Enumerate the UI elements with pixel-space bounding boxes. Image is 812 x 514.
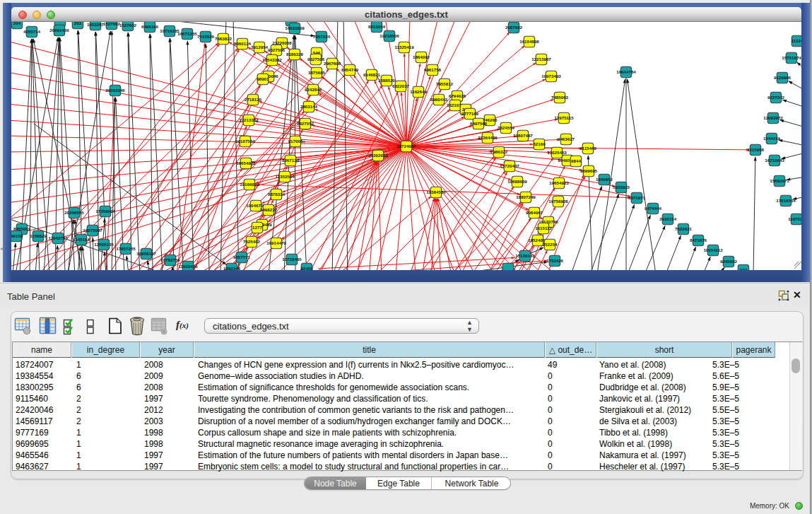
svg-text:6794028: 6794028 [449,93,466,98]
svg-text:6466160: 6466160 [141,24,159,29]
svg-text:10688609: 10688609 [507,179,527,184]
svg-text:7485063: 7485063 [551,95,569,100]
svg-text:1244419: 1244419 [763,136,781,141]
svg-text:7857224: 7857224 [313,34,331,39]
svg-text:6961758: 6961758 [424,67,442,72]
svg-text:19654925: 19654925 [236,160,256,165]
svg-text:10654112: 10654112 [703,247,723,252]
svg-text:2935114: 2935114 [659,216,676,221]
svg-text:9699695: 9699695 [580,168,598,173]
svg-text:1145114: 1145114 [73,237,90,242]
svg-text:917006: 917006 [288,139,303,144]
svg-text:10543362: 10543362 [262,57,282,62]
svg-text:1292344: 1292344 [223,266,241,270]
svg-text:9227342: 9227342 [767,95,785,100]
svg-text:19654923: 19654923 [549,180,569,185]
svg-text:11353594: 11353594 [275,174,295,179]
svg-text:11923446: 11923446 [178,264,198,269]
svg-text:7632621: 7632621 [675,226,693,231]
svg-text:10958107: 10958107 [136,251,156,256]
svg-text:16210643: 16210643 [765,158,784,163]
svg-text:17957255: 17957255 [116,246,136,251]
svg-text:12093872: 12093872 [763,115,783,120]
svg-text:19166829: 19166829 [240,182,259,187]
svg-text:15136141: 15136141 [515,253,535,258]
svg-text:15716465: 15716465 [282,257,302,262]
svg-text:2967608: 2967608 [324,61,341,66]
svg-text:1588520: 1588520 [378,78,396,83]
svg-text:8427552: 8427552 [297,121,314,126]
svg-text:6871971: 6871971 [628,195,646,200]
svg-text:12942757: 12942757 [48,235,68,240]
svg-text:1156829: 1156829 [30,233,47,238]
svg-text:10025453: 10025453 [547,150,567,155]
svg-text:16914479: 16914479 [266,240,286,245]
svg-text:9084067: 9084067 [526,210,543,215]
svg-text:1733426: 1733426 [546,258,564,263]
svg-text:1653267: 1653267 [87,22,105,27]
svg-text:10975667: 10975667 [83,228,102,233]
svg-text:9245652: 9245652 [720,259,738,264]
svg-text:10807487: 10807487 [513,133,533,138]
svg-text:8990443: 8990443 [430,97,448,102]
svg-text:8471676: 8471676 [690,238,707,243]
svg-text:252254: 252254 [543,242,558,247]
svg-text:16782759: 16782759 [160,257,180,262]
svg-text:1864092: 1864092 [413,54,430,59]
svg-text:3624554: 3624554 [498,125,515,130]
svg-text:7955812: 7955812 [436,81,454,86]
svg-text:1527602: 1527602 [119,23,137,28]
svg-text:15751074: 15751074 [782,55,801,60]
svg-text:16644784: 16644784 [616,69,636,74]
svg-text:9129966: 9129966 [774,75,792,80]
svg-text:9327506: 9327506 [268,47,286,52]
svg-text:20053346: 20053346 [105,88,125,93]
svg-text:9777169: 9777169 [461,111,479,116]
svg-text:4055714: 4055714 [23,29,41,34]
svg-text:1615112: 1615112 [535,226,552,230]
svg-text:10973493: 10973493 [541,74,561,78]
svg-text:7986322: 7986322 [490,149,508,154]
svg-text:6322037: 6322037 [392,83,410,88]
svg-text:3912954: 3912954 [251,45,269,49]
svg-text:1162649: 1162649 [410,89,427,94]
svg-text:1640952: 1640952 [596,177,613,182]
svg-text:9474444: 9474444 [645,206,662,211]
svg-text:98901: 98901 [257,76,269,81]
svg-text:3875685: 3875685 [308,70,326,75]
svg-text:9242848: 9242848 [305,87,322,92]
svg-text:39159: 39159 [11,233,23,238]
svg-text:17016504: 17016504 [776,198,796,203]
svg-text:8813054: 8813054 [368,24,386,29]
svg-text:9327508: 9327508 [307,57,325,62]
svg-text:9146821: 9146821 [363,72,381,77]
svg-text:10719185: 10719185 [160,28,180,33]
svg-text:203: 203 [74,22,82,25]
svg-text:12213967: 12213967 [531,57,551,62]
svg-text:12505135: 12505135 [94,242,114,247]
svg-text:3215958: 3215958 [747,147,765,152]
svg-text:9463627: 9463627 [558,136,575,141]
svg-text:10107554: 10107554 [235,139,255,144]
svg-text:9844: 9844 [571,158,581,163]
svg-text:7663822: 7663822 [215,36,233,41]
svg-text:7625402: 7625402 [243,239,261,244]
svg-text:11325419: 11325419 [394,45,414,49]
svg-text:5933923: 5933923 [613,185,630,189]
svg-text:1167533: 1167533 [788,216,801,221]
svg-text:62160: 62160 [533,141,546,146]
svg-text:92450: 92450 [300,266,313,270]
svg-text:11124: 11124 [792,38,801,43]
svg-text:21364436: 21364436 [478,135,498,140]
svg-text:16033809: 16033809 [285,25,305,30]
svg-text:12213382: 12213382 [239,117,259,122]
svg-text:924: 924 [740,267,748,270]
svg-text:19218506: 19218506 [379,33,399,38]
svg-text:16671355: 16671355 [177,31,197,36]
svg-text:8878334: 8878334 [268,192,286,197]
svg-text:18807249: 18807249 [516,194,536,199]
svg-text:1277: 1277 [252,225,262,230]
svg-text:16154808: 16154808 [519,39,539,44]
svg-text:8454749: 8454749 [341,67,359,72]
svg-text:3498222: 3498222 [260,207,278,212]
